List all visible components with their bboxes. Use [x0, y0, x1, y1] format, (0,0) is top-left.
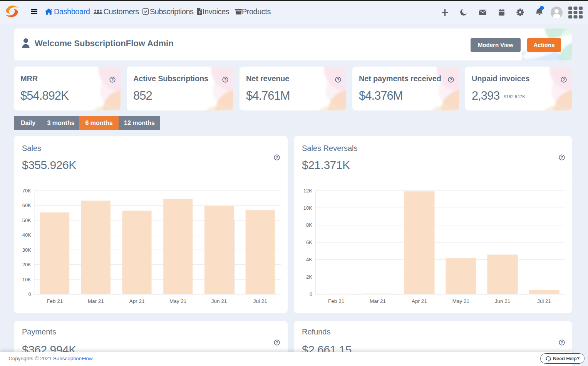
svg-text:20K: 20K: [22, 262, 31, 267]
svg-text:Feb 21: Feb 21: [47, 298, 63, 304]
svg-text:?: ?: [449, 77, 452, 82]
svg-text:70K: 70K: [22, 188, 31, 194]
svg-text:?: ?: [560, 340, 563, 344]
svg-text:40K: 40K: [22, 232, 31, 238]
svg-text:0: 0: [28, 291, 31, 297]
svg-text:8K: 8K: [306, 222, 312, 228]
svg-text:10K: 10K: [303, 205, 312, 211]
svg-text:Mar 21: Mar 21: [370, 298, 386, 304]
svg-text:Jun 21: Jun 21: [211, 298, 227, 304]
svg-text:0: 0: [310, 291, 312, 297]
svg-text:Apr 21: Apr 21: [412, 298, 427, 304]
svg-text:?: ?: [224, 77, 226, 82]
svg-text:Feb 21: Feb 21: [328, 298, 344, 304]
svg-text:$: $: [198, 10, 201, 14]
svg-text:May 21: May 21: [169, 298, 186, 304]
svg-text:May 21: May 21: [452, 298, 469, 304]
svg-text:Mar 21: Mar 21: [88, 298, 104, 304]
svg-text:2K: 2K: [306, 274, 312, 280]
svg-text:Apr 21: Apr 21: [129, 298, 145, 304]
svg-text:6K: 6K: [306, 239, 312, 245]
svg-text:60K: 60K: [22, 202, 31, 208]
svg-text:50K: 50K: [22, 217, 31, 223]
svg-text:Jul 21: Jul 21: [537, 298, 551, 304]
svg-text:10K: 10K: [22, 277, 31, 282]
svg-text:12K: 12K: [303, 188, 312, 194]
svg-text:Jun 21: Jun 21: [495, 298, 511, 304]
svg-text:?: ?: [275, 340, 278, 344]
svg-text:Jul 21: Jul 21: [253, 298, 267, 304]
svg-text:?: ?: [337, 77, 339, 82]
svg-text:?: ?: [562, 77, 565, 82]
svg-text:4K: 4K: [306, 257, 312, 262]
svg-text:30K: 30K: [22, 247, 31, 253]
svg-text:?: ?: [111, 77, 113, 82]
